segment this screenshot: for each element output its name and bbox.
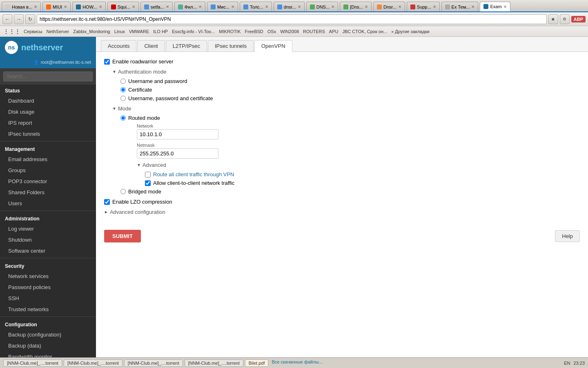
sidebar-item-shutdown[interactable]: Shutdown [0,234,96,245]
browser-tab-1[interactable]: MIUI✕ [42,2,71,11]
auth-option-1: Certificate [120,87,580,93]
sidebar-item-shared-folders[interactable]: Shared Folders [0,187,96,198]
bookmark-item[interactable]: APU [329,29,339,34]
sidebar-item-ips-report[interactable]: IPS report [0,117,96,128]
allow-client-checkbox[interactable] [145,180,151,186]
download-item-2[interactable]: [NNM-Club.me]_....torrent [124,359,183,367]
sidebar-item-pop3-connector[interactable]: POP3 connector [0,176,96,187]
netmask-input[interactable] [137,148,218,159]
sidebar-item-users[interactable]: Users [0,198,96,209]
browser-tab-5[interactable]: Фил...✕ [174,2,205,11]
advanced-config-toggle[interactable]: ► Advanced configuration [104,209,580,215]
auth-mode-toggle[interactable]: ▼ Authentication mode [112,69,580,75]
reload-button[interactable]: ↻ [25,14,35,24]
sidebar-item-trusted-networks[interactable]: Trusted networks [0,304,96,315]
bridged-mode-radio[interactable] [120,189,126,194]
browser-tab-3[interactable]: Squi...✕ [107,2,139,11]
bookmark-item[interactable]: VMWARE [129,29,149,34]
route-all-traffic-label[interactable]: Route all client traffic through VPN [153,171,234,177]
address-bar[interactable] [37,14,547,24]
bookmark-item[interactable]: » Другие закладки [391,29,429,34]
download-all-link[interactable]: Все скачанные файлы... [272,359,322,367]
sidebar-item-software-center[interactable]: Software center [0,245,96,256]
browser-tab-11[interactable]: Dnsr...✕ [373,2,405,11]
routed-mode-option: Routed mode [120,115,580,121]
browser-tab-2[interactable]: HOW...✕ [72,2,105,11]
browser-tab-12[interactable]: Supp...✕ [407,2,440,11]
sidebar-section-administration: Administration [0,213,96,223]
search-input[interactable] [3,72,93,81]
browser-toolbar: ← → ↻ ★ ⚙ ABP [0,12,588,26]
back-button[interactable]: ← [2,14,12,24]
download-item-3[interactable]: [NNM-Club.me]_....torrent [185,359,243,367]
bookmark-item[interactable]: Сервисы [24,29,42,34]
browser-tab-10[interactable]: [Dns...✕ [340,2,372,11]
lzo-checkbox[interactable] [104,199,110,205]
sidebar-item-backup-data[interactable]: Backup (data) [0,340,96,351]
download-item-4[interactable]: Bilet.pdf [245,359,269,367]
browser-tab-13[interactable]: Ex Тем...✕ [441,2,479,11]
bookmarks-bar: ⋮⋮⋮ СервисыNethServerZabbix_MonitoringLi… [0,26,588,37]
submit-button[interactable]: SUBMIT [104,230,141,242]
sidebar-divider [0,316,96,317]
auth-radio-2[interactable] [120,96,126,101]
netmask-label: Netmask [137,143,580,148]
bookmark-item[interactable]: JBC CTOK, Срок он... [342,29,387,34]
allow-client-row: Allow client-to-client network traffic [145,180,580,186]
routed-mode-label: Routed mode [128,115,160,121]
vpn-tab-client[interactable]: Client [137,40,165,52]
sidebar-item-email-addresses[interactable]: Email addresses [0,154,96,165]
sidebar-item-network-services[interactable]: Network services [0,271,96,282]
sidebar-item-backup-configuration[interactable]: Backup (configuration) [0,329,96,340]
auth-radio-1[interactable] [120,87,126,92]
bookmark-item[interactable]: Esxcfg-info - VI-Too... [172,29,215,34]
help-button[interactable]: Help [555,230,580,242]
browser-tab-6[interactable]: Мис...✕ [207,2,238,11]
sidebar-item-disk-usage[interactable]: Disk usage [0,106,96,117]
route-all-traffic-checkbox[interactable] [145,172,151,177]
forward-button[interactable]: → [14,14,24,24]
mode-toggle[interactable]: ▼ Mode [112,105,580,112]
sidebar-item-password-policies[interactable]: Password policies [0,282,96,293]
apps-icon[interactable]: ⋮⋮⋮ [3,28,20,35]
mode-label: Mode [118,105,131,112]
bookmark-item[interactable]: MIKROTIK [219,29,241,34]
browser-tab-14[interactable]: Exam✕ [480,2,510,11]
adblock-icon[interactable]: ABP [571,16,586,22]
vpn-tab-l2tp-ipsec[interactable]: L2TP/IPsec [166,40,207,52]
sidebar-item-bandwidth-monitor[interactable]: Bandwidth monitor [0,351,96,357]
browser-tab-0[interactable]: Новая в...✕ [2,2,41,11]
sidebar-item-groups[interactable]: Groups [0,165,96,176]
sidebar-item-log-viewer[interactable]: Log viewer [0,223,96,234]
vpn-tab-accounts[interactable]: Accounts [101,40,136,52]
browser-tab-8[interactable]: dnsr...✕ [274,2,305,11]
browser-tab-7[interactable]: Толс...✕ [240,2,272,11]
bookmark-item[interactable]: Zabbix_Monitoring [73,29,110,34]
download-item-1[interactable]: [NNM-Club.me]_....torrent [64,359,122,367]
auth-radio-0[interactable] [120,79,126,84]
enable-roadwarrior-checkbox[interactable] [104,59,110,65]
vpn-tab-openvpn[interactable]: OpenVPN [254,40,292,52]
bookmark-item[interactable]: NethServer [47,29,69,34]
bookmark-item[interactable]: OSx [267,29,276,34]
browser-tab-9[interactable]: DNS...✕ [306,2,338,11]
advanced-toggle[interactable]: ▼ Advanced [137,162,580,168]
extensions-icon[interactable]: ⚙ [560,14,570,24]
browser-tab-4[interactable]: setfa...✕ [140,2,173,11]
sidebar-item-ipsec-tunnels[interactable]: IPsec tunnels [0,128,96,139]
network-input[interactable] [137,129,218,139]
bookmark-item[interactable]: FreeBSD [245,29,263,34]
bookmark-item[interactable]: ILO HP [153,29,168,34]
sidebar-section-configuration: Configuration [0,319,96,329]
download-item-0[interactable]: [NNM-Club.me]_....torrent [3,359,62,367]
sidebar-header: ns nethserver [0,37,96,58]
bridged-mode-option: Bridged mode [120,188,580,195]
bookmark-star-icon[interactable]: ★ [548,14,558,24]
vpn-tab-ipsec tunnels[interactable]: IPsec tunnels [208,40,254,52]
routed-mode-radio[interactable] [120,115,126,121]
sidebar-item-ssh[interactable]: SSH [0,293,96,304]
bookmark-item[interactable]: ROUTERS [303,29,325,34]
bookmark-item[interactable]: WIN2008 [280,29,299,34]
sidebar-item-dashboard[interactable]: Dashboard [0,95,96,106]
bookmark-item[interactable]: Linux [114,29,125,34]
